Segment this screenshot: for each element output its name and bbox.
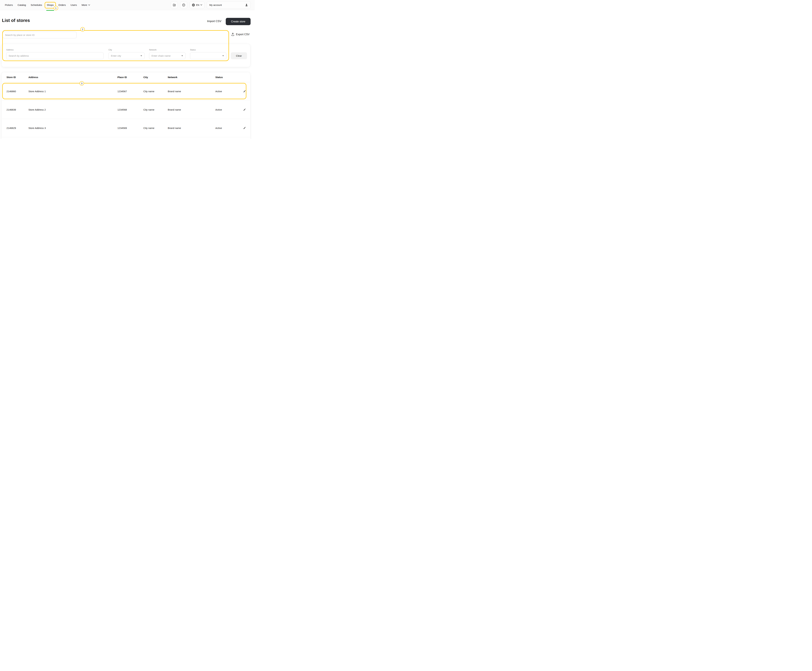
navbar-actions: EN My account xyxy=(171,2,251,9)
active-tab-indicator xyxy=(46,10,54,11)
store-id-cell: 2146839 xyxy=(7,108,29,111)
edit-square-icon xyxy=(172,3,176,7)
person-icon xyxy=(245,3,248,7)
address-cell: Store Address 3 xyxy=(29,127,118,129)
city-select-placeholder: Enter city xyxy=(111,54,121,57)
dropdown-caret-icon xyxy=(222,55,224,56)
search-input[interactable] xyxy=(3,32,77,38)
stores-table: Store ID Address Place ID City Network S… xyxy=(2,72,250,139)
store-id-cell: 2146860 xyxy=(7,90,29,93)
status-select[interactable] xyxy=(190,52,226,59)
city-select[interactable]: Enter city xyxy=(109,52,145,59)
language-code: EN xyxy=(196,4,199,6)
annotation-callout-1: 1 xyxy=(54,6,58,10)
clear-filters-button[interactable]: Clear xyxy=(231,52,247,59)
top-navbar: Pickers Catalog Schedules Shops 1 Orders… xyxy=(0,0,255,10)
nav-item-shops-label: Shops xyxy=(47,3,54,6)
status-cell: Active xyxy=(215,127,239,129)
network-select-placeholder: Enter chain name xyxy=(152,54,171,57)
nav-item-pickers[interactable]: Pickers xyxy=(5,0,13,10)
create-store-button[interactable]: Create store xyxy=(226,18,251,25)
nav-item-catalog[interactable]: Catalog xyxy=(17,0,26,10)
export-csv-label: Export CSV xyxy=(236,33,250,36)
address-label: Address xyxy=(6,49,14,51)
globe-icon xyxy=(192,3,195,7)
column-header-address: Address xyxy=(29,76,118,78)
info-button[interactable] xyxy=(180,2,187,9)
edit-store-button[interactable] xyxy=(242,88,247,94)
upload-icon xyxy=(231,32,234,36)
nav-item-more-label: More xyxy=(82,3,87,6)
place-id-cell: 1234568 xyxy=(118,108,143,111)
annotation-callout-2: 2 xyxy=(80,27,85,31)
column-header-city: City xyxy=(143,76,168,78)
network-select[interactable]: Enter chain name xyxy=(149,52,186,59)
network-cell: Brand name xyxy=(168,127,215,129)
table-row[interactable]: 2146829 Store Address 3 1234569 City nam… xyxy=(2,119,250,137)
language-selector[interactable]: EN xyxy=(189,2,205,9)
column-header-place-id: Place ID xyxy=(118,76,143,78)
city-cell: City name xyxy=(143,127,168,129)
city-label: City xyxy=(109,49,112,51)
dropdown-caret-icon xyxy=(181,55,183,56)
chevron-down-icon xyxy=(200,4,202,5)
pencil-icon xyxy=(243,108,246,111)
page-content: List of stores Import CSV Create store E… xyxy=(0,10,255,139)
info-icon xyxy=(182,3,185,7)
nav-item-users[interactable]: Users xyxy=(70,0,77,10)
page-title: List of stores xyxy=(2,18,30,23)
address-cell: Store Address 2 xyxy=(29,108,118,111)
nav-item-orders[interactable]: Orders xyxy=(58,0,66,10)
city-cell: City name xyxy=(143,90,168,93)
address-cell: Store Address 1 xyxy=(29,90,118,93)
pencil-icon xyxy=(243,90,246,93)
edit-store-button[interactable] xyxy=(242,125,247,131)
status-cell: Active xyxy=(215,90,239,93)
table-header-row: Store ID Address Place ID City Network S… xyxy=(2,72,250,82)
nav-item-more[interactable]: More xyxy=(82,0,90,10)
compose-button[interactable] xyxy=(171,2,178,9)
store-id-cell: 2146829 xyxy=(7,127,29,129)
place-id-cell: 1234569 xyxy=(118,127,143,129)
chevron-down-icon xyxy=(88,4,90,6)
edit-store-button[interactable] xyxy=(242,107,247,112)
nav-item-shops[interactable]: Shops 1 xyxy=(47,0,54,10)
address-input[interactable] xyxy=(6,52,104,59)
my-account-label: My account xyxy=(209,3,222,6)
city-cell: City name xyxy=(143,108,168,111)
place-id-cell: 1234567 xyxy=(118,90,143,93)
network-label: Network xyxy=(149,49,157,51)
column-header-store-id: Store ID xyxy=(7,76,29,78)
column-header-status: Status xyxy=(215,76,239,78)
my-account-button[interactable]: My account xyxy=(207,2,251,9)
filters-panel: Address City Enter city Network Enter ch… xyxy=(2,44,250,67)
status-cell: Active xyxy=(215,108,239,111)
nav-menu: Pickers Catalog Schedules Shops 1 Orders… xyxy=(5,0,90,10)
table-row[interactable]: 2146860 Store Address 1 1234567 City nam… xyxy=(2,82,250,100)
table-row[interactable]: 2146839 Store Address 2 1234568 City nam… xyxy=(2,100,250,119)
nav-item-schedules[interactable]: Schedules xyxy=(31,0,42,10)
pencil-icon xyxy=(243,126,246,129)
dropdown-caret-icon xyxy=(140,55,142,56)
status-label: Status xyxy=(190,49,196,51)
network-cell: Brand name xyxy=(168,108,215,111)
export-csv-button[interactable]: Export CSV xyxy=(231,32,250,36)
column-header-network: Network xyxy=(168,76,215,78)
network-cell: Brand name xyxy=(168,90,215,93)
import-csv-link[interactable]: Import CSV xyxy=(207,20,221,23)
